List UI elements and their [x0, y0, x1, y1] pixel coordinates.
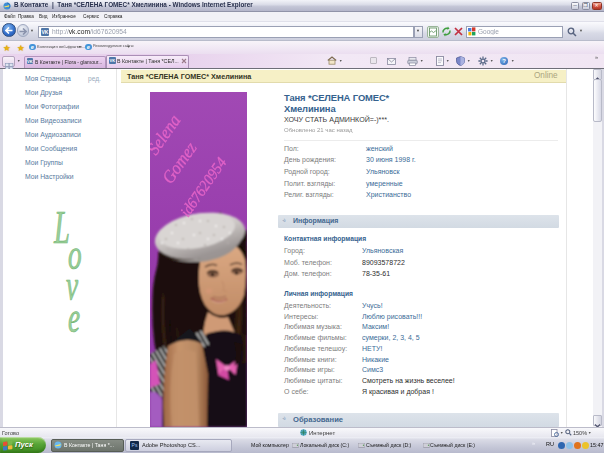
svg-text:e: e	[68, 292, 80, 340]
svg-text:L: L	[53, 202, 70, 252]
